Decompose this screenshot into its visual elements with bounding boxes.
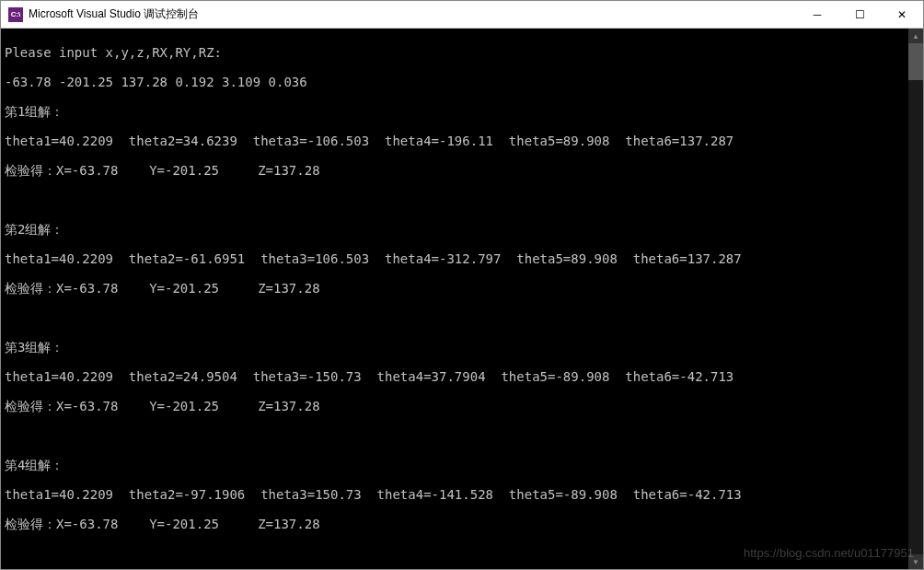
group2-check: 检验得：X=-63.78 Y=-201.25 Z=137.28 [5,281,919,296]
group2-thetas: theta1=40.2209 theta2=-61.6951 theta3=10… [5,251,919,266]
group4-check: 检验得：X=-63.78 Y=-201.25 Z=137.28 [5,517,919,531]
maximize-button[interactable]: ☐ [838,1,881,28]
console-area[interactable]: Please input x,y,z,RX,RY,RZ: -63.78 -201… [1,29,923,569]
window-title: Microsoft Visual Studio 调试控制台 [29,6,796,22]
scroll-thumb[interactable] [908,43,923,80]
group1-header: 第1组解： [5,104,919,119]
group1-check: 检验得：X=-63.78 Y=-201.25 Z=137.28 [5,163,919,178]
window-controls: ─ ☐ ✕ [796,1,923,28]
blank [5,192,919,207]
group4-thetas: theta1=40.2209 theta2=-97.1906 theta3=15… [5,487,919,502]
scroll-up-button[interactable]: ▲ [908,29,923,43]
blank [5,310,919,325]
vs-icon: C:\ [8,7,23,22]
blank [5,428,919,443]
app-window: C:\ Microsoft Visual Studio 调试控制台 ─ ☐ ✕ … [0,0,924,570]
minimize-button[interactable]: ─ [796,1,838,28]
titlebar[interactable]: C:\ Microsoft Visual Studio 调试控制台 ─ ☐ ✕ [1,1,923,29]
group2-header: 第2组解： [5,222,919,237]
blank [5,546,919,561]
console-line-prompt: Please input x,y,z,RX,RY,RZ: [5,45,919,60]
group1-thetas: theta1=40.2209 theta2=34.6239 theta3=-10… [5,134,919,148]
close-button[interactable]: ✕ [881,1,923,28]
group3-header: 第3组解： [5,340,919,355]
group3-thetas: theta1=40.2209 theta2=24.9504 theta3=-15… [5,369,919,384]
console-output: Please input x,y,z,RX,RY,RZ: -63.78 -201… [1,29,923,569]
scrollbar-vertical[interactable]: ▲ ▼ [908,29,923,569]
group3-check: 检验得：X=-63.78 Y=-201.25 Z=137.28 [5,399,919,413]
group4-header: 第4组解： [5,458,919,472]
console-line-input: -63.78 -201.25 137.28 0.192 3.109 0.036 [5,75,919,89]
scroll-down-button[interactable]: ▼ [908,554,923,569]
